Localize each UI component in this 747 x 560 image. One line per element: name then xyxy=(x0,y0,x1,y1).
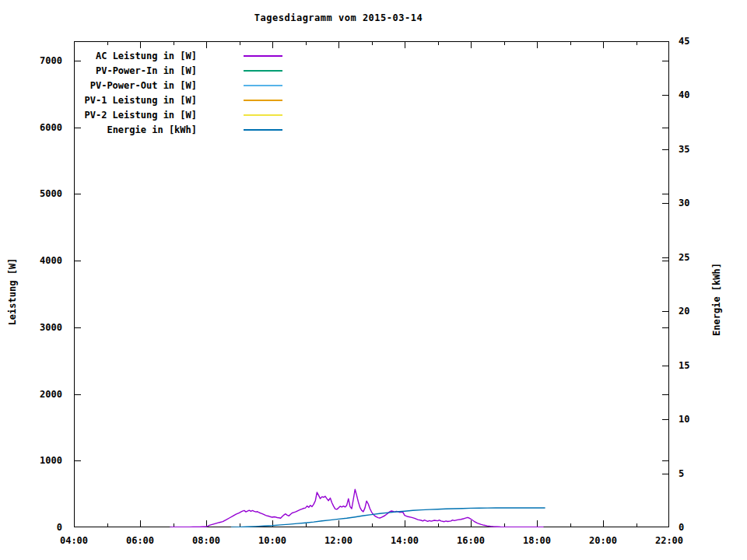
y2-tick-label: 10 xyxy=(679,413,713,425)
y2-tick-label: 15 xyxy=(679,359,713,372)
y2-tick-label: 45 xyxy=(679,35,713,47)
y1-tick-label: 2000 xyxy=(14,388,62,401)
x-tick-label: 12:00 xyxy=(314,534,363,547)
y1-tick-label: 5000 xyxy=(14,187,62,200)
y1-tick-label: 3000 xyxy=(14,321,62,334)
x-tick-label: 16:00 xyxy=(446,534,496,547)
y2-tick-label: 0 xyxy=(679,521,713,534)
x-tick-label: 10:00 xyxy=(247,534,297,547)
x-tick-label: 22:00 xyxy=(644,534,694,547)
x-tick-label: 14:00 xyxy=(380,534,430,547)
x-tick-label: 04:00 xyxy=(49,534,99,547)
y1-tick-label: 6000 xyxy=(14,121,62,134)
x-tick-label: 20:00 xyxy=(578,534,628,547)
y1-tick-label: 7000 xyxy=(14,54,62,67)
y2-tick-label: 40 xyxy=(679,89,713,101)
chart-canvas: Tagesdiagramm vom 2015-03-14 Leistung [W… xyxy=(0,0,747,560)
y1-tick-label: 0 xyxy=(14,521,62,534)
y2-tick-label: 30 xyxy=(679,197,713,209)
y2-tick-label: 25 xyxy=(679,251,713,264)
x-tick-label: 06:00 xyxy=(115,534,165,547)
y2-tick-label: 35 xyxy=(679,143,713,156)
plot-border xyxy=(75,42,669,527)
y-axis-label-left: Leistung [W] xyxy=(6,206,19,377)
x-tick-label: 18:00 xyxy=(512,534,562,547)
chart-title: Tagesdiagramm vom 2015-03-14 xyxy=(0,12,677,23)
y2-tick-label: 5 xyxy=(679,467,713,480)
y-axis-label-right: Energie [kWh] xyxy=(710,214,723,385)
y2-tick-label: 20 xyxy=(679,305,713,317)
plot-area xyxy=(74,41,669,527)
x-tick-label: 08:00 xyxy=(181,534,231,547)
y1-tick-label: 1000 xyxy=(14,454,62,467)
y1-tick-label: 4000 xyxy=(14,254,62,267)
